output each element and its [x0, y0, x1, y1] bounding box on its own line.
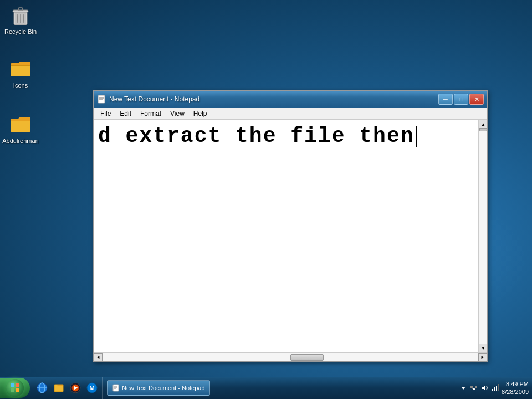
svg-rect-6	[18, 8, 23, 11]
network-tray-icon[interactable]	[469, 383, 478, 392]
horizontal-scrollbar[interactable]: ◄ ►	[94, 352, 487, 361]
volume-tray-icon[interactable]	[480, 383, 489, 392]
start-orb	[6, 379, 24, 397]
svg-rect-24	[113, 385, 119, 391]
svg-text:M: M	[89, 385, 94, 391]
svg-rect-12	[16, 383, 19, 387]
menu-edit[interactable]: Edit	[115, 109, 136, 119]
show-hidden-tray-icon[interactable]	[459, 383, 468, 392]
text-cursor	[416, 126, 417, 147]
system-clock[interactable]: 8:49 PM 8/28/2009	[502, 380, 529, 396]
menu-help[interactable]: Help	[189, 109, 212, 119]
recycle-bin-icon[interactable]: Recycle Bin	[1, 2, 40, 37]
svg-rect-7	[98, 95, 105, 103]
taskbar: M New Text Document - Notepad	[0, 377, 532, 399]
abdulrehman-folder-label: Abdulrehman	[2, 137, 38, 144]
scrollbar-up-button[interactable]: ▲	[479, 120, 487, 129]
svg-rect-14	[16, 388, 19, 392]
svg-line-4	[23, 14, 24, 23]
menu-view[interactable]: View	[166, 109, 189, 119]
media-player-icon[interactable]	[68, 380, 83, 396]
icons-folder-icon[interactable]: Icons	[1, 55, 40, 91]
system-tray: 8:49 PM 8/28/2009	[456, 377, 532, 399]
taskbar-notepad-button[interactable]: New Text Document - Notepad	[107, 380, 210, 396]
title-bar-left: New Text Document - Notepad	[97, 95, 200, 104]
windows-logo	[9, 382, 21, 393]
menu-bar: File Edit Format View Help	[94, 108, 487, 120]
window-title: New Text Document - Notepad	[109, 95, 200, 103]
clock-time: 8:49 PM	[506, 380, 529, 388]
taskbar-window-area: New Text Document - Notepad	[103, 380, 456, 396]
file-explorer-icon[interactable]	[51, 380, 66, 396]
notepad-text: d extract the file then	[98, 124, 417, 148]
scrollbar-right-button[interactable]: ►	[478, 353, 487, 362]
notepad-content-area[interactable]: d extract the file then ▲ ▼	[94, 120, 487, 352]
clock-date: 8/28/2009	[502, 388, 529, 396]
title-bar[interactable]: New Text Document - Notepad ─ □ ✕	[94, 91, 487, 108]
svg-rect-13	[11, 388, 14, 392]
svg-line-2	[17, 14, 18, 23]
scrollbar-h-track	[103, 354, 478, 361]
ie-icon[interactable]	[34, 380, 50, 396]
vertical-scrollbar[interactable]: ▲ ▼	[478, 120, 487, 352]
abdulrehman-folder-icon[interactable]: Abdulrehman	[1, 111, 40, 146]
quick-launch: M	[32, 377, 103, 399]
signal-tray-icon[interactable]	[490, 383, 499, 392]
taskbar-notepad-icon	[112, 384, 120, 392]
svg-rect-11	[11, 383, 14, 387]
svg-rect-37	[496, 386, 497, 391]
tray-icons	[459, 383, 499, 392]
taskbar-notepad-label: New Text Document - Notepad	[122, 385, 205, 391]
start-button[interactable]	[0, 378, 30, 398]
minimize-button[interactable]: ─	[438, 94, 453, 105]
svg-rect-36	[494, 387, 495, 391]
icons-folder-label: Icons	[13, 82, 28, 89]
notepad-window: New Text Document - Notepad ─ □ ✕ File E…	[93, 90, 488, 362]
recycle-bin-label: Recycle Bin	[4, 28, 37, 35]
svg-rect-38	[498, 384, 499, 391]
scrollbar-down-button[interactable]: ▼	[479, 344, 487, 352]
svg-marker-28	[461, 387, 466, 390]
svg-marker-34	[482, 385, 485, 391]
menu-file[interactable]: File	[96, 109, 115, 119]
svg-rect-35	[492, 389, 493, 391]
scrollbar-h-thumb[interactable]	[290, 354, 324, 361]
messenger-icon[interactable]: M	[84, 380, 100, 396]
title-bar-buttons: ─ □ ✕	[438, 94, 484, 105]
close-button[interactable]: ✕	[469, 94, 484, 105]
desktop: Recycle Bin Icons Abdulrehman	[0, 0, 532, 399]
maximize-button[interactable]: □	[454, 94, 468, 105]
notepad-title-icon	[97, 95, 106, 104]
svg-rect-31	[473, 388, 475, 390]
menu-format[interactable]: Format	[136, 109, 166, 119]
scrollbar-left-button[interactable]: ◄	[94, 353, 103, 362]
